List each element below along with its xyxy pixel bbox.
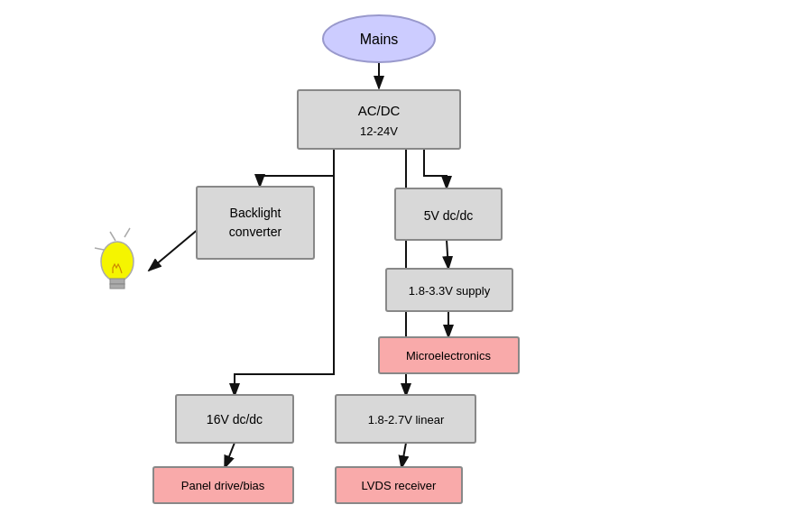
svg-rect-9 bbox=[298, 90, 460, 149]
diagram-container: Mains AC/DC 12-24V Backlight converter 5… bbox=[0, 0, 812, 523]
svg-point-21 bbox=[101, 242, 134, 281]
backlight-label-2: converter bbox=[229, 225, 282, 239]
dcdc16v-label: 16V dc/dc bbox=[207, 412, 263, 427]
acdc-label-1: AC/DC bbox=[358, 103, 401, 118]
microelectronics-label: Microelectronics bbox=[406, 349, 491, 362]
svg-rect-23 bbox=[110, 284, 125, 289]
dcdc5v-label: 5V dc/dc bbox=[424, 208, 473, 223]
svg-rect-10 bbox=[197, 187, 314, 259]
mains-label: Mains bbox=[360, 32, 399, 47]
diagram-svg: Mains AC/DC 12-24V Backlight converter 5… bbox=[0, 0, 812, 523]
acdc-label-2: 12-24V bbox=[360, 124, 398, 138]
backlight-label-1: Backlight bbox=[230, 206, 281, 220]
svg-rect-22 bbox=[110, 279, 125, 284]
lvds-label: LVDS receiver bbox=[362, 479, 438, 492]
panel-label: Panel drive/bias bbox=[181, 479, 265, 492]
linear-label: 1.8-2.7V linear bbox=[368, 413, 445, 427]
supply-label: 1.8-3.3V supply bbox=[409, 284, 491, 298]
